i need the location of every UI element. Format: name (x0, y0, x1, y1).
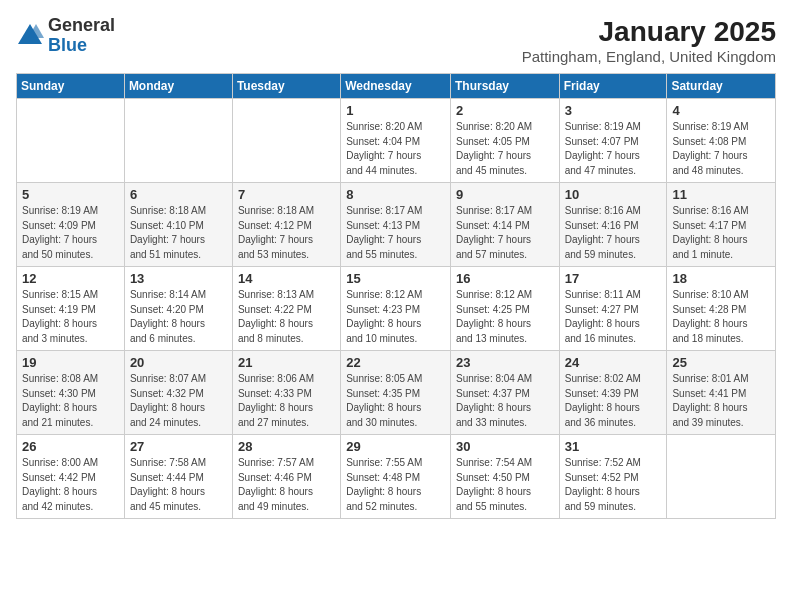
calendar-day-cell: 12Sunrise: 8:15 AM Sunset: 4:19 PM Dayli… (17, 267, 125, 351)
day-number: 5 (22, 187, 119, 202)
day-number: 22 (346, 355, 445, 370)
day-number: 9 (456, 187, 554, 202)
day-number: 21 (238, 355, 335, 370)
calendar-day-cell: 2Sunrise: 8:20 AM Sunset: 4:05 PM Daylig… (450, 99, 559, 183)
day-number: 14 (238, 271, 335, 286)
day-info: Sunrise: 8:19 AM Sunset: 4:07 PM Dayligh… (565, 120, 662, 178)
calendar-day-cell: 10Sunrise: 8:16 AM Sunset: 4:16 PM Dayli… (559, 183, 667, 267)
day-info: Sunrise: 8:06 AM Sunset: 4:33 PM Dayligh… (238, 372, 335, 430)
day-info: Sunrise: 8:07 AM Sunset: 4:32 PM Dayligh… (130, 372, 227, 430)
weekday-header: Sunday (17, 74, 125, 99)
calendar-week-row: 5Sunrise: 8:19 AM Sunset: 4:09 PM Daylig… (17, 183, 776, 267)
calendar-day-cell: 24Sunrise: 8:02 AM Sunset: 4:39 PM Dayli… (559, 351, 667, 435)
calendar-week-row: 1Sunrise: 8:20 AM Sunset: 4:04 PM Daylig… (17, 99, 776, 183)
day-info: Sunrise: 8:13 AM Sunset: 4:22 PM Dayligh… (238, 288, 335, 346)
calendar-day-cell: 18Sunrise: 8:10 AM Sunset: 4:28 PM Dayli… (667, 267, 776, 351)
calendar-day-cell: 30Sunrise: 7:54 AM Sunset: 4:50 PM Dayli… (450, 435, 559, 519)
day-number: 27 (130, 439, 227, 454)
day-info: Sunrise: 8:00 AM Sunset: 4:42 PM Dayligh… (22, 456, 119, 514)
day-info: Sunrise: 8:18 AM Sunset: 4:12 PM Dayligh… (238, 204, 335, 262)
day-info: Sunrise: 8:12 AM Sunset: 4:25 PM Dayligh… (456, 288, 554, 346)
calendar-subtitle: Pattingham, England, United Kingdom (522, 48, 776, 65)
calendar-day-cell: 17Sunrise: 8:11 AM Sunset: 4:27 PM Dayli… (559, 267, 667, 351)
day-number: 3 (565, 103, 662, 118)
logo-blue: Blue (48, 36, 115, 56)
day-info: Sunrise: 8:04 AM Sunset: 4:37 PM Dayligh… (456, 372, 554, 430)
calendar-day-cell: 3Sunrise: 8:19 AM Sunset: 4:07 PM Daylig… (559, 99, 667, 183)
calendar-day-cell (232, 99, 340, 183)
day-number: 4 (672, 103, 770, 118)
calendar-day-cell: 19Sunrise: 8:08 AM Sunset: 4:30 PM Dayli… (17, 351, 125, 435)
day-number: 15 (346, 271, 445, 286)
day-number: 13 (130, 271, 227, 286)
day-number: 2 (456, 103, 554, 118)
calendar-day-cell: 6Sunrise: 8:18 AM Sunset: 4:10 PM Daylig… (124, 183, 232, 267)
day-info: Sunrise: 8:20 AM Sunset: 4:05 PM Dayligh… (456, 120, 554, 178)
day-info: Sunrise: 8:08 AM Sunset: 4:30 PM Dayligh… (22, 372, 119, 430)
calendar-day-cell: 11Sunrise: 8:16 AM Sunset: 4:17 PM Dayli… (667, 183, 776, 267)
calendar-day-cell: 21Sunrise: 8:06 AM Sunset: 4:33 PM Dayli… (232, 351, 340, 435)
weekday-header: Saturday (667, 74, 776, 99)
day-number: 18 (672, 271, 770, 286)
calendar-day-cell: 4Sunrise: 8:19 AM Sunset: 4:08 PM Daylig… (667, 99, 776, 183)
weekday-header: Wednesday (341, 74, 451, 99)
day-number: 25 (672, 355, 770, 370)
calendar-week-row: 26Sunrise: 8:00 AM Sunset: 4:42 PM Dayli… (17, 435, 776, 519)
calendar-day-cell (667, 435, 776, 519)
day-info: Sunrise: 7:58 AM Sunset: 4:44 PM Dayligh… (130, 456, 227, 514)
day-number: 19 (22, 355, 119, 370)
day-number: 23 (456, 355, 554, 370)
calendar-week-row: 19Sunrise: 8:08 AM Sunset: 4:30 PM Dayli… (17, 351, 776, 435)
logo-general: General (48, 16, 115, 36)
day-number: 12 (22, 271, 119, 286)
calendar-day-cell: 13Sunrise: 8:14 AM Sunset: 4:20 PM Dayli… (124, 267, 232, 351)
day-info: Sunrise: 8:15 AM Sunset: 4:19 PM Dayligh… (22, 288, 119, 346)
calendar-day-cell (17, 99, 125, 183)
title-block: January 2025 Pattingham, England, United… (522, 16, 776, 65)
day-number: 29 (346, 439, 445, 454)
calendar-day-cell: 5Sunrise: 8:19 AM Sunset: 4:09 PM Daylig… (17, 183, 125, 267)
calendar-day-cell (124, 99, 232, 183)
calendar-day-cell: 22Sunrise: 8:05 AM Sunset: 4:35 PM Dayli… (341, 351, 451, 435)
day-number: 16 (456, 271, 554, 286)
day-number: 28 (238, 439, 335, 454)
day-number: 8 (346, 187, 445, 202)
calendar-table: SundayMondayTuesdayWednesdayThursdayFrid… (16, 73, 776, 519)
calendar-day-cell: 16Sunrise: 8:12 AM Sunset: 4:25 PM Dayli… (450, 267, 559, 351)
page-header: General Blue January 2025 Pattingham, En… (16, 16, 776, 65)
weekday-header: Tuesday (232, 74, 340, 99)
weekday-header: Monday (124, 74, 232, 99)
calendar-day-cell: 20Sunrise: 8:07 AM Sunset: 4:32 PM Dayli… (124, 351, 232, 435)
day-number: 26 (22, 439, 119, 454)
calendar-day-cell: 31Sunrise: 7:52 AM Sunset: 4:52 PM Dayli… (559, 435, 667, 519)
calendar-day-cell: 9Sunrise: 8:17 AM Sunset: 4:14 PM Daylig… (450, 183, 559, 267)
calendar-week-row: 12Sunrise: 8:15 AM Sunset: 4:19 PM Dayli… (17, 267, 776, 351)
day-info: Sunrise: 8:16 AM Sunset: 4:16 PM Dayligh… (565, 204, 662, 262)
day-info: Sunrise: 8:16 AM Sunset: 4:17 PM Dayligh… (672, 204, 770, 262)
day-number: 11 (672, 187, 770, 202)
day-number: 6 (130, 187, 227, 202)
calendar-day-cell: 29Sunrise: 7:55 AM Sunset: 4:48 PM Dayli… (341, 435, 451, 519)
calendar-day-cell: 27Sunrise: 7:58 AM Sunset: 4:44 PM Dayli… (124, 435, 232, 519)
day-number: 30 (456, 439, 554, 454)
day-number: 24 (565, 355, 662, 370)
weekday-header: Friday (559, 74, 667, 99)
day-number: 17 (565, 271, 662, 286)
calendar-day-cell: 8Sunrise: 8:17 AM Sunset: 4:13 PM Daylig… (341, 183, 451, 267)
logo: General Blue (16, 16, 115, 56)
logo-icon (16, 22, 44, 50)
day-info: Sunrise: 7:57 AM Sunset: 4:46 PM Dayligh… (238, 456, 335, 514)
day-info: Sunrise: 7:54 AM Sunset: 4:50 PM Dayligh… (456, 456, 554, 514)
day-info: Sunrise: 8:19 AM Sunset: 4:08 PM Dayligh… (672, 120, 770, 178)
day-info: Sunrise: 8:05 AM Sunset: 4:35 PM Dayligh… (346, 372, 445, 430)
day-info: Sunrise: 8:19 AM Sunset: 4:09 PM Dayligh… (22, 204, 119, 262)
weekday-header: Thursday (450, 74, 559, 99)
day-number: 20 (130, 355, 227, 370)
day-info: Sunrise: 7:55 AM Sunset: 4:48 PM Dayligh… (346, 456, 445, 514)
day-info: Sunrise: 8:20 AM Sunset: 4:04 PM Dayligh… (346, 120, 445, 178)
day-number: 31 (565, 439, 662, 454)
weekday-row: SundayMondayTuesdayWednesdayThursdayFrid… (17, 74, 776, 99)
calendar-day-cell: 15Sunrise: 8:12 AM Sunset: 4:23 PM Dayli… (341, 267, 451, 351)
calendar-day-cell: 25Sunrise: 8:01 AM Sunset: 4:41 PM Dayli… (667, 351, 776, 435)
day-info: Sunrise: 8:17 AM Sunset: 4:14 PM Dayligh… (456, 204, 554, 262)
